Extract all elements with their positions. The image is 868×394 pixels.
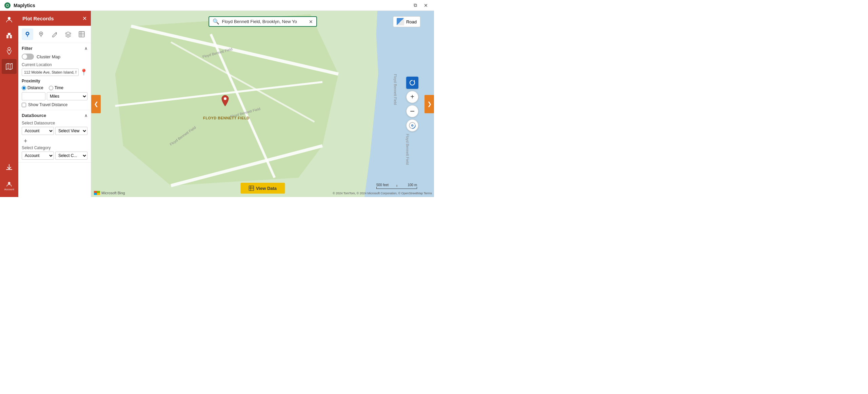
- compass-button[interactable]: [406, 119, 418, 132]
- distance-unit-select[interactable]: Miles Km: [47, 92, 87, 100]
- sidebar-item-org[interactable]: [2, 28, 17, 43]
- svg-rect-42: [97, 191, 100, 193]
- download-icon: [5, 163, 13, 171]
- svg-rect-7: [8, 37, 10, 38]
- filter-section: Filter ∧ Cluster Map Current Location 📍 …: [18, 43, 91, 110]
- filter-header[interactable]: Filter ∧: [22, 46, 87, 51]
- search-value: Floyd Bennett Field, Brooklyn, New Yo: [222, 19, 306, 24]
- sidebar-item-download[interactable]: [2, 160, 17, 175]
- view-data-button[interactable]: View Data: [240, 183, 285, 194]
- titlebar-actions: ⧉ ✕: [412, 1, 430, 9]
- datasource-section: DataSource ∧ Select Datasource Account C…: [18, 110, 91, 163]
- location-input[interactable]: [22, 68, 79, 76]
- add-datasource-button[interactable]: +: [22, 137, 29, 145]
- svg-rect-45: [249, 186, 254, 191]
- zoom-out-icon: −: [410, 107, 415, 115]
- time-label: Time: [55, 85, 63, 90]
- map-marker: [220, 95, 230, 109]
- location-sidebar-icon: [5, 47, 13, 55]
- svg-marker-36: [413, 80, 415, 82]
- app-logo-icon: [4, 2, 11, 9]
- restore-button[interactable]: ⧉: [412, 1, 419, 9]
- datasource-header[interactable]: DataSource ∧: [22, 113, 87, 118]
- tab-pin[interactable]: [22, 28, 33, 40]
- svg-rect-44: [97, 193, 100, 195]
- tab-edit[interactable]: [49, 28, 60, 40]
- filter-chevron-icon: ∧: [84, 46, 87, 51]
- show-travel-label: Show Travel Distance: [28, 102, 67, 107]
- map-type-button[interactable]: Road: [393, 16, 420, 27]
- filter-label: Filter: [22, 46, 33, 51]
- table-tab-icon: [78, 31, 85, 38]
- current-location-label: Current Location: [22, 62, 87, 67]
- map-container[interactable]: Floyd Bennett Field Floyd Bennett Field …: [91, 11, 434, 197]
- select-datasource-label: Select Datasource: [22, 121, 87, 125]
- compass-icon: [409, 122, 416, 129]
- svg-point-40: [412, 125, 413, 126]
- scale-bar: 500 feet 100 m: [376, 183, 417, 189]
- svg-point-3: [8, 17, 11, 20]
- scale-100m: 100 m: [408, 183, 417, 187]
- view-data-label: View Data: [256, 186, 277, 191]
- svg-point-9: [8, 50, 10, 51]
- sidebar-item-map[interactable]: [2, 59, 17, 74]
- tab-table[interactable]: [76, 28, 87, 40]
- app-title: Maplytics: [14, 3, 35, 8]
- distance-radio-label[interactable]: Distance: [22, 85, 43, 90]
- map-type-label: Road: [406, 19, 417, 24]
- zoom-in-button[interactable]: +: [406, 91, 418, 103]
- current-location-row: 📍: [22, 68, 87, 76]
- location-pin-icon[interactable]: 📍: [80, 68, 87, 76]
- time-radio-label[interactable]: Time: [49, 85, 63, 90]
- svg-rect-43: [94, 193, 97, 195]
- datasource-select[interactable]: Account Contact Lead: [22, 127, 54, 135]
- sidebar-item-location[interactable]: [2, 43, 17, 58]
- marker-tab-icon: [38, 31, 44, 38]
- org-icon: [5, 32, 13, 39]
- sidebar-item-person[interactable]: [2, 12, 17, 27]
- tab-bar: [18, 26, 91, 43]
- sidebar-item-account[interactable]: Account: [2, 177, 17, 195]
- panel-title: Plot Records: [22, 16, 54, 21]
- category-select[interactable]: Account: [22, 152, 54, 160]
- map-search-bar[interactable]: 🔍 Floyd Bennett Field, Brooklyn, New Yo …: [209, 16, 317, 27]
- tab-layers[interactable]: [62, 28, 74, 40]
- tab-marker[interactable]: [35, 28, 47, 40]
- zoom-out-button[interactable]: −: [406, 105, 418, 117]
- show-travel-checkbox[interactable]: [22, 103, 26, 107]
- side-panel: Plot Records ✕: [18, 11, 91, 197]
- refresh-button[interactable]: [406, 77, 418, 89]
- search-clear-button[interactable]: ✕: [309, 19, 313, 24]
- category-row: Account Select C...: [22, 152, 87, 160]
- right-controls: + −: [406, 77, 418, 132]
- nav-arrow-right[interactable]: ❯: [425, 95, 434, 113]
- person-icon: [5, 16, 13, 23]
- close-window-button[interactable]: ✕: [422, 1, 430, 9]
- svg-text:Floyd Bennett Field: Floyd Bennett Field: [406, 134, 410, 165]
- svg-point-2: [7, 5, 8, 6]
- map-background: Floyd Bennett Field Floyd Bennett Field …: [91, 11, 434, 197]
- category2-select[interactable]: Select C...: [55, 152, 87, 160]
- show-travel-row[interactable]: Show Travel Distance: [22, 102, 87, 107]
- time-radio[interactable]: [49, 86, 53, 90]
- nav-arrow-left[interactable]: ❮: [91, 95, 101, 113]
- svg-rect-4: [6, 35, 8, 38]
- distance-label: Distance: [27, 85, 43, 90]
- distance-value-input[interactable]: [22, 92, 45, 100]
- distance-radio[interactable]: [22, 86, 26, 90]
- datasource-selects-row: Account Contact Lead Select View: [22, 127, 87, 135]
- cluster-map-row: Cluster Map: [22, 54, 87, 60]
- svg-rect-18: [79, 32, 84, 37]
- titlebar: Maplytics ⧉ ✕: [0, 0, 434, 11]
- proximity-label: Proximity: [22, 79, 87, 83]
- map-icon: [5, 63, 13, 70]
- zoom-in-icon: +: [410, 93, 414, 101]
- select-category-label: Select Category: [22, 145, 87, 150]
- titlebar-left: Maplytics: [4, 2, 35, 9]
- view-select[interactable]: Select View: [55, 127, 87, 135]
- svg-point-17: [40, 33, 42, 34]
- search-icon: 🔍: [213, 18, 219, 25]
- svg-text:Floyd Bennett Field: Floyd Bennett Field: [393, 74, 397, 105]
- cluster-map-toggle[interactable]: [22, 54, 34, 60]
- panel-close-button[interactable]: ✕: [82, 15, 87, 22]
